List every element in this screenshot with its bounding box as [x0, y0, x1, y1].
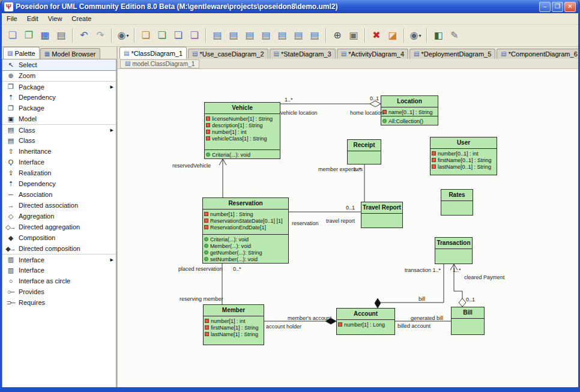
- zoom-100-button[interactable]: ⊕: [330, 27, 345, 44]
- save-button[interactable]: ▦: [37, 27, 53, 44]
- diagram-canvas[interactable]: VehiclelicenseNumber[1] : Stringdescript…: [118, 69, 578, 387]
- palette-item-interface[interactable]: ϘInterface: [2, 157, 116, 167]
- palette-item-dependency[interactable]: ⇡Dependency: [2, 92, 116, 103]
- edge-label[interactable]: 0..*: [233, 266, 241, 272]
- edge-label[interactable]: 1..*: [353, 166, 361, 172]
- edge-label[interactable]: transaction 1..*: [405, 267, 441, 273]
- palette-item-class[interactable]: ▤Class: [2, 135, 116, 146]
- tab-classdiagram-1[interactable]: ▤*ClassDiagram_1: [119, 47, 187, 59]
- clear-button[interactable]: ◪: [385, 27, 400, 44]
- edge-label[interactable]: reserving member: [180, 296, 223, 302]
- menu-edit[interactable]: Edit: [22, 14, 43, 23]
- minimize-button[interactable]: –: [539, 2, 551, 12]
- palette-item-association[interactable]: ─Association: [2, 189, 116, 200]
- palette-item-class[interactable]: ▤Class▶: [2, 124, 116, 135]
- class-member[interactable]: Membernumber[1] : intfirstName[1] : Stri…: [203, 304, 264, 345]
- add-class-button[interactable]: ❏: [154, 27, 170, 44]
- class-bill[interactable]: Bill: [451, 307, 485, 335]
- edge-label[interactable]: member's account: [288, 315, 331, 321]
- print-button[interactable]: ▤: [53, 27, 69, 44]
- edge-label[interactable]: reservation: [292, 220, 319, 226]
- class-reservation[interactable]: Reservationnumber[1] : StringReservation…: [202, 198, 289, 264]
- palette-item-directed-composition[interactable]: ◆→Directed composition: [2, 243, 116, 254]
- new-sequence-diagram-button[interactable]: ▤: [307, 27, 322, 44]
- add-package-button[interactable]: ❏: [138, 27, 154, 44]
- palette-item-inheritance[interactable]: ⇧Inheritance: [2, 146, 116, 157]
- class-receipt[interactable]: Receipt: [347, 139, 381, 164]
- edge-label[interactable]: bill: [418, 296, 425, 302]
- add-interface-button[interactable]: ❏: [171, 27, 186, 44]
- palette-item-interface[interactable]: ▥Interface: [2, 265, 116, 276]
- breadcrumb-tab[interactable]: ▤ model.ClassDiagram_1: [120, 59, 199, 68]
- new-usecase-diagram-button[interactable]: ▤: [226, 27, 241, 44]
- palette-item-provides[interactable]: ○─Provides: [2, 286, 116, 297]
- visibility-button[interactable]: ◉▾: [408, 27, 423, 44]
- palette-item-interface-as-circle[interactable]: ○Interface as circle: [2, 276, 116, 286]
- new-deployment-diagram-button[interactable]: ▤: [274, 27, 290, 44]
- palette-item-package[interactable]: ❐Package: [2, 103, 116, 113]
- class-location[interactable]: Locationname[0..1] : StringAll:Collectio…: [381, 95, 438, 125]
- attributes-compartment: licenseNumber[1] : Stringdescription[1] …: [205, 113, 280, 149]
- menu-view[interactable]: View: [43, 14, 67, 23]
- edge-label[interactable]: 0..1: [466, 297, 475, 303]
- class-transaction[interactable]: Transaction: [435, 237, 473, 264]
- tab-model-browser[interactable]: ▦Model Browser: [40, 48, 100, 59]
- class-account[interactable]: Accountnumber[1] : Long: [336, 308, 395, 335]
- class-travel-report[interactable]: Travel Report: [361, 202, 403, 228]
- edge-label[interactable]: account holder: [266, 324, 301, 330]
- edge-label[interactable]: vehicle location: [280, 110, 318, 116]
- palette-item-directed-association[interactable]: →Directed association: [2, 200, 116, 211]
- class-user[interactable]: Usernumber[0..1] : intfirstName[0..1] : …: [430, 137, 497, 175]
- line-color-button[interactable]: ✎: [447, 27, 462, 44]
- redo-button[interactable]: ↷: [92, 27, 108, 44]
- edge-label[interactable]: 0..1: [370, 95, 379, 101]
- new-activity-diagram-button[interactable]: ▤: [258, 27, 274, 44]
- fit-to-window-button[interactable]: ▣: [346, 27, 361, 44]
- palette-item-package[interactable]: ❐Package▶: [2, 81, 116, 92]
- palette-item-zoom[interactable]: ⊕Zoom: [2, 70, 116, 81]
- new-button[interactable]: ❏: [5, 27, 20, 44]
- new-component-diagram-button[interactable]: ▤: [291, 27, 306, 44]
- window-title: Poseidon for UML Community Edition 8.0 B…: [16, 2, 537, 11]
- edge-label[interactable]: 1..*: [453, 267, 461, 273]
- new-class-diagram-button[interactable]: ▤: [210, 27, 225, 44]
- palette-item-select[interactable]: ↖Select: [2, 59, 116, 70]
- menu-create[interactable]: Create: [67, 14, 96, 23]
- palette-item-composition[interactable]: ◆Composition: [2, 232, 116, 243]
- new-state-diagram-button[interactable]: ▤: [242, 27, 258, 44]
- view-button[interactable]: ◉▾: [115, 27, 131, 44]
- edge-label[interactable]: 1..*: [285, 97, 293, 103]
- class-rates[interactable]: Rates: [441, 189, 473, 216]
- palette-item-requires[interactable]: ⊃─Requires: [2, 297, 116, 308]
- palette-item-aggregation[interactable]: ◇Aggregation: [2, 211, 116, 222]
- tab-deploymentdiagram-5[interactable]: ▤*DeploymentDiagram_5: [409, 49, 495, 59]
- edge-label[interactable]: cleared Payment: [464, 274, 505, 280]
- menu-file[interactable]: File: [2, 14, 22, 23]
- tab-statediagram-3[interactable]: ▤*StateDiagram_3: [270, 49, 336, 59]
- palette-item-realization[interactable]: ⇪Realization: [2, 167, 116, 178]
- tab-activitydiagram-4[interactable]: ▤*ActivityDiagram_4: [337, 49, 408, 59]
- edge-label[interactable]: billed account: [397, 323, 430, 329]
- restore-button[interactable]: ❐: [552, 2, 563, 12]
- fill-color-button[interactable]: ◧: [430, 27, 446, 44]
- open-button[interactable]: ❐: [21, 27, 37, 44]
- edge-label[interactable]: travel report: [326, 218, 355, 224]
- tab-palette[interactable]: ▨Palette: [3, 47, 40, 59]
- operation-icon: [382, 119, 387, 123]
- undo-button[interactable]: ↶: [76, 27, 92, 44]
- add-component-button[interactable]: ❏: [187, 27, 202, 44]
- palette-item-model[interactable]: ▣Model: [2, 113, 116, 124]
- palette-item-dependency[interactable]: ⇡Dependency: [2, 178, 116, 189]
- class-vehicle[interactable]: VehiclelicenseNumber[1] : Stringdescript…: [204, 102, 280, 159]
- edge-label[interactable]: reservedVehicle: [172, 163, 211, 169]
- edge-label[interactable]: placed reservation: [178, 266, 223, 272]
- edge-label[interactable]: generated bill: [411, 315, 443, 321]
- close-button[interactable]: ✕: [564, 2, 576, 12]
- delete-button[interactable]: ✖: [369, 27, 384, 44]
- palette-item-directed-aggregation[interactable]: ◇→Directed aggregation: [2, 222, 116, 232]
- tab-use-casediagram-2[interactable]: ▤*Use_caseDiagram_2: [188, 49, 268, 59]
- edge-label[interactable]: 0..1: [346, 205, 355, 211]
- palette-item-interface[interactable]: ▥Interface▶: [2, 254, 116, 265]
- edge-label[interactable]: home location: [350, 110, 384, 116]
- tab-componentdiagram-6[interactable]: ▤*ComponentDiagram_6: [497, 49, 578, 59]
